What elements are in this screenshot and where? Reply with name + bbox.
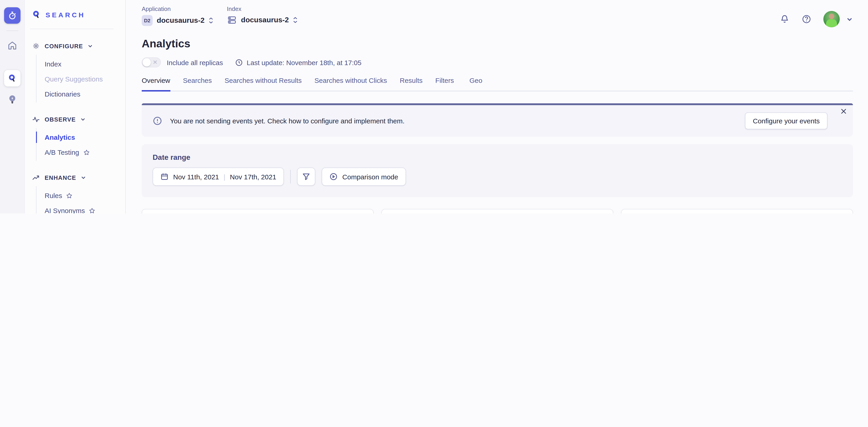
section-observe: OBSERVE Analytics A/B Testing bbox=[32, 112, 125, 161]
app-switcher-timer-icon[interactable] bbox=[4, 7, 20, 24]
funnel-icon bbox=[302, 172, 311, 181]
application-stepper-icon[interactable] bbox=[209, 17, 213, 24]
application-badge: D2 bbox=[142, 15, 153, 26]
sidebar-item-ab-testing[interactable]: A/B Testing bbox=[36, 145, 125, 160]
tab-searches-without-clicks[interactable]: Searches without Clicks bbox=[314, 76, 387, 92]
tab-searches-without-results[interactable]: Searches without Results bbox=[225, 76, 302, 92]
star-icon[interactable] bbox=[83, 149, 90, 156]
star-icon[interactable] bbox=[89, 207, 95, 214]
help-icon[interactable] bbox=[802, 14, 811, 24]
tab-overview[interactable]: Overview bbox=[142, 76, 170, 92]
vertical-divider bbox=[290, 170, 291, 184]
date-range-picker[interactable]: Nov 11th, 2021 | Nov 17th, 2021 bbox=[153, 167, 284, 186]
banner-message: You are not sending events yet. Check ho… bbox=[170, 117, 405, 125]
sidebar-item-query-suggestions[interactable]: Query Suggestions bbox=[36, 71, 125, 87]
include-replicas-toggle[interactable] bbox=[142, 57, 161, 67]
home-icon[interactable] bbox=[4, 37, 20, 54]
section-header-configure[interactable]: CONFIGURE bbox=[32, 39, 125, 53]
banner-top-border bbox=[142, 103, 853, 105]
include-replicas-label: Include all replicas bbox=[167, 59, 223, 66]
tab-searches[interactable]: Searches bbox=[183, 76, 212, 92]
toggle-off-x-icon bbox=[153, 60, 158, 65]
star-icon[interactable] bbox=[66, 192, 73, 199]
filter-button[interactable] bbox=[297, 167, 315, 186]
section-items: Analytics A/B Testing bbox=[36, 128, 125, 161]
clock-icon bbox=[235, 59, 243, 66]
page-meta-row: Include all replicas Last update: Novemb… bbox=[142, 57, 853, 67]
page-title: Analytics bbox=[142, 37, 853, 50]
suggestions-bulb-icon[interactable] bbox=[4, 91, 20, 107]
sidebar: SEARCH CONFIGURE Index Query Suggestions… bbox=[25, 0, 126, 214]
sidebar-nav: CONFIGURE Index Query Suggestions Dictio… bbox=[25, 29, 125, 214]
stopwatch-icon bbox=[7, 11, 17, 20]
user-avatar[interactable] bbox=[823, 11, 840, 27]
chevron-down-icon bbox=[81, 175, 86, 180]
sidebar-item-label: Dictionaries bbox=[45, 90, 81, 98]
sidebar-item-label: A/B Testing bbox=[45, 149, 79, 156]
sidebar-item-label: Rules bbox=[45, 192, 62, 199]
date-range-label: Date range bbox=[153, 154, 842, 162]
index-stepper-icon[interactable] bbox=[293, 17, 298, 23]
sidebar-item-dictionaries[interactable]: Dictionaries bbox=[36, 87, 125, 101]
tab-bar: Overview Searches Searches without Resul… bbox=[142, 76, 853, 92]
sidebar-item-label: Analytics bbox=[45, 133, 75, 141]
topbar-actions bbox=[780, 5, 853, 27]
main-content: Application D2 docusaurus-2 Index docusa… bbox=[126, 0, 868, 214]
sidebar-item-index[interactable]: Index bbox=[36, 57, 125, 71]
gear-icon bbox=[32, 42, 40, 50]
date-range-controls: Nov 11th, 2021 | Nov 17th, 2021 Comparis… bbox=[153, 167, 842, 186]
search-product-icon[interactable] bbox=[4, 70, 20, 87]
application-selector-group: Application D2 docusaurus-2 bbox=[142, 5, 213, 26]
topbar: Application D2 docusaurus-2 Index docusa… bbox=[142, 0, 853, 27]
last-update: Last update: November 18th, at 17:05 bbox=[235, 59, 362, 66]
trending-up-icon bbox=[32, 173, 40, 182]
comparison-mode-label: Comparison mode bbox=[342, 173, 398, 180]
section-header-enhance[interactable]: ENHANCE bbox=[32, 171, 125, 184]
application-label: Application bbox=[142, 5, 213, 12]
user-menu[interactable] bbox=[823, 11, 853, 27]
index-selector[interactable]: docusaurus-2 bbox=[227, 15, 298, 25]
section-configure: CONFIGURE Index Query Suggestions Dictio… bbox=[32, 39, 125, 102]
section-label: ENHANCE bbox=[45, 174, 76, 181]
sidebar-item-analytics[interactable]: Analytics bbox=[36, 130, 125, 145]
index-selector-group: Index docusaurus-2 bbox=[227, 5, 298, 25]
application-value: docusaurus-2 bbox=[157, 17, 205, 25]
section-enhance: ENHANCE Rules AI Synonyms AI Re-Ranking bbox=[32, 171, 125, 214]
last-update-text: Last update: November 18th, at 17:05 bbox=[247, 59, 362, 66]
comparison-mode-button[interactable]: Comparison mode bbox=[322, 167, 406, 186]
sidebar-item-label: Index bbox=[45, 60, 61, 68]
banner-body: You are not sending events yet. Check ho… bbox=[142, 105, 853, 137]
toggle-knob bbox=[143, 58, 151, 66]
info-icon bbox=[153, 116, 162, 126]
search-logo[interactable]: SEARCH bbox=[25, 0, 125, 29]
section-items: Index Query Suggestions Dictionaries bbox=[36, 55, 125, 102]
date-range-panel: Date range Nov 11th, 2021 | Nov 17th, 20… bbox=[142, 144, 853, 197]
metric-cards-grid: Total Users 1,148 Total Searches 3,488 3… bbox=[142, 209, 853, 214]
sidebar-item-rules[interactable]: Rules bbox=[36, 188, 125, 203]
section-label: OBSERVE bbox=[45, 116, 76, 123]
date-range-end: Nov 17th, 2021 bbox=[230, 173, 276, 180]
section-header-observe[interactable]: OBSERVE bbox=[32, 112, 125, 126]
app-root: SEARCH CONFIGURE Index Query Suggestions… bbox=[0, 0, 868, 214]
tab-geo[interactable]: Geo bbox=[469, 76, 483, 92]
chevron-down-icon bbox=[81, 117, 86, 122]
card-total-users: Total Users 1,148 bbox=[142, 209, 374, 214]
calendar-icon bbox=[160, 172, 168, 181]
tab-results[interactable]: Results bbox=[400, 76, 423, 92]
tab-filters[interactable]: Filters bbox=[435, 76, 454, 92]
application-selector[interactable]: D2 docusaurus-2 bbox=[142, 15, 213, 26]
notifications-bell-icon[interactable] bbox=[780, 14, 789, 24]
configure-events-button[interactable]: Configure your events bbox=[745, 112, 828, 129]
section-label: CONFIGURE bbox=[45, 42, 83, 50]
search-logo-icon bbox=[32, 10, 41, 20]
index-stack-icon bbox=[227, 15, 237, 25]
chevron-down-icon bbox=[88, 43, 93, 49]
sidebar-item-ai-synonyms[interactable]: AI Synonyms bbox=[36, 203, 125, 214]
close-icon[interactable] bbox=[840, 108, 847, 115]
sidebar-item-label: AI Synonyms bbox=[45, 207, 85, 214]
sidebar-item-label: Query Suggestions bbox=[45, 75, 103, 83]
icon-rail bbox=[0, 0, 25, 214]
index-value: docusaurus-2 bbox=[241, 16, 289, 24]
chevron-down-icon[interactable] bbox=[846, 16, 853, 23]
index-label: Index bbox=[227, 5, 298, 12]
